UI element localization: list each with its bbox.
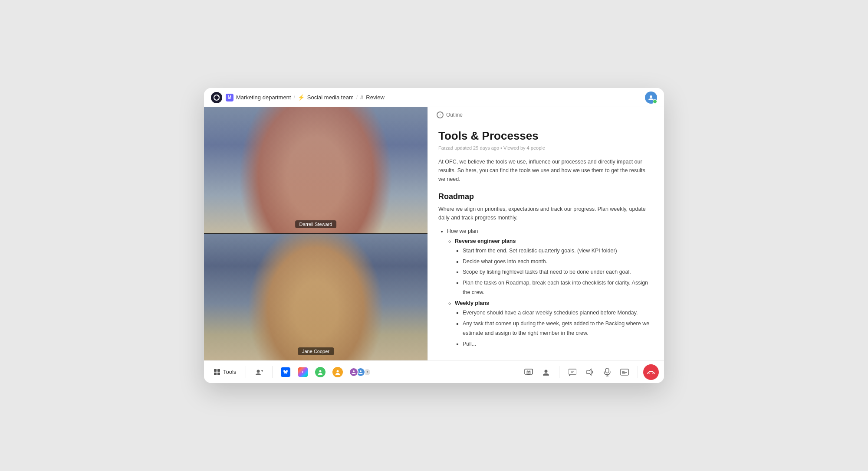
svg-point-1 [650, 95, 652, 98]
svg-point-16 [353, 370, 355, 372]
user-avatar[interactable] [645, 92, 657, 104]
svg-marker-23 [587, 369, 591, 375]
dropbox-button[interactable] [278, 364, 293, 380]
screen-share-button[interactable] [521, 364, 536, 380]
avatar-green-button[interactable] [312, 364, 328, 380]
doc-intro: At OFC, we believe the tools we use, inf… [438, 157, 654, 183]
sub-sub-list-weekly: Everyone should have a clear weekly sche… [455, 308, 654, 349]
participant-name-bottom: Jane Cooper [298, 347, 334, 355]
list-item-weekly-plans: Weekly plans Everyone should have a clea… [455, 298, 654, 349]
list-item-re-2: Decide what goes into each month. [463, 257, 654, 267]
video-slot-top: Darrell Steward [204, 107, 427, 234]
section-title-roadmap: Roadmap [438, 192, 654, 201]
svg-point-6 [257, 370, 260, 373]
svg-point-15 [337, 370, 339, 372]
section-desc-roadmap: Where we align on priorities, expectatio… [438, 205, 654, 222]
svg-point-20 [545, 370, 548, 373]
sub-sub-list-reverse: Start from the end. Set realistic quarte… [455, 246, 654, 298]
app-window: M Marketing department / ⚡ Social media … [204, 88, 664, 383]
outline-icon: i [437, 111, 444, 118]
list-item-how-we-plan: How we plan Reverse engineer plans Start… [447, 226, 654, 349]
video-slot-bottom: Jane Cooper [204, 234, 427, 360]
workspace-name[interactable]: Marketing department [236, 94, 291, 101]
workspace-badge: M [226, 94, 233, 101]
doc-list-main: How we plan Reverse engineer plans Start… [438, 226, 654, 349]
top-nav: M Marketing department / ⚡ Social media … [204, 88, 664, 107]
avatar-green [315, 367, 326, 377]
add-person-button[interactable] [251, 364, 267, 380]
tools-label: Tools [223, 369, 236, 375]
bottom-toolbar: Tools [204, 360, 664, 383]
sub-list-planning: Reverse engineer plans Start from the en… [447, 236, 654, 349]
list-item-re-3: Scope by listing highlevel tasks that ne… [463, 267, 654, 277]
avatar-orange [332, 367, 343, 377]
speaker-button[interactable] [582, 364, 598, 380]
doc-meta: Farzad updated 29 days ago • Viewed by 4… [438, 145, 654, 150]
list-item-reverse-engineer: Reverse engineer plans Start from the en… [455, 236, 654, 298]
svg-rect-4 [214, 373, 217, 375]
microphone-button[interactable] [599, 364, 615, 380]
channel-icon: ⚡ [298, 94, 305, 101]
avatar-orange-button[interactable] [330, 364, 345, 380]
svg-point-14 [319, 370, 322, 372]
list-item-wp-2: Any task that comes up during the week, … [463, 319, 654, 338]
avatar-cluster-button[interactable]: + [347, 364, 373, 380]
caption-button[interactable] [617, 364, 632, 380]
svg-rect-27 [621, 369, 628, 375]
svg-rect-3 [217, 369, 220, 372]
figma-button[interactable]: F [295, 364, 311, 380]
svg-rect-24 [605, 368, 609, 373]
app-logo [211, 92, 222, 103]
chat-button[interactable] [565, 364, 580, 380]
participants-button[interactable] [538, 364, 554, 380]
doc-title: Tools & Processes [438, 129, 654, 143]
end-call-button[interactable] [643, 364, 659, 380]
channel-name[interactable]: Social media team [307, 94, 354, 101]
outline-label: Outline [446, 112, 463, 118]
svg-rect-2 [214, 369, 217, 372]
figma-icon: F [298, 367, 308, 377]
hash-icon: # [360, 94, 363, 101]
avatar-cluster: + [349, 367, 371, 377]
doc-header: i Outline [428, 107, 664, 122]
doc-panel: i Outline Tools & Processes Farzad updat… [427, 107, 664, 360]
doc-nav-name[interactable]: Review [366, 94, 385, 101]
list-item-wp-3: Pull... [463, 339, 654, 349]
dropbox-icon [281, 367, 290, 377]
list-item-re-4: Plan the tasks on Roadmap, break each ta… [463, 278, 654, 298]
list-item-wp-1: Everyone should have a clear weekly sche… [463, 308, 654, 318]
video-panel: Darrell Steward Jane Cooper [204, 107, 427, 360]
participant-name-top: Darrell Steward [295, 220, 337, 228]
svg-rect-5 [217, 373, 220, 375]
breadcrumb: M Marketing department / ⚡ Social media … [226, 94, 385, 101]
svg-point-17 [360, 370, 362, 372]
tools-button[interactable]: Tools [209, 366, 240, 378]
list-item-re-1: Start from the end. Set realistic quarte… [463, 246, 654, 256]
main-content: Darrell Steward Jane Cooper i Outline To… [204, 107, 664, 360]
doc-body[interactable]: Tools & Processes Farzad updated 29 days… [428, 122, 664, 360]
